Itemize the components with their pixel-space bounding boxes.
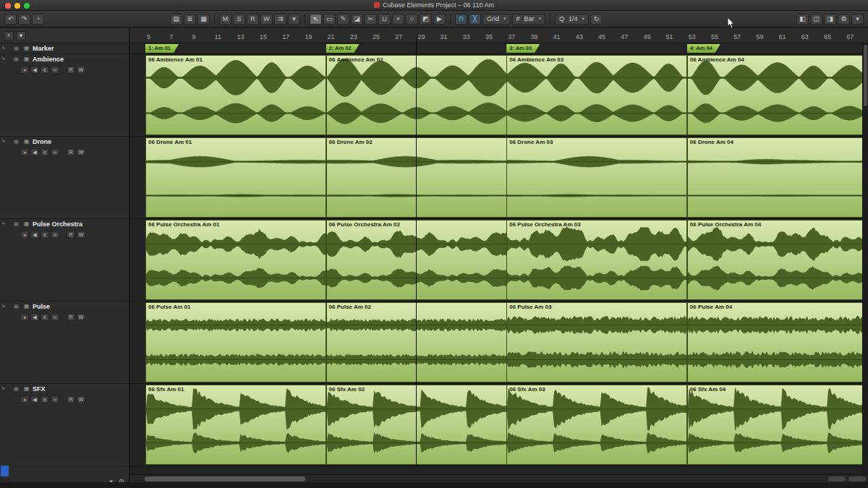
freeze-track-button[interactable]: ∞ [51, 231, 59, 239]
track-row-sfx[interactable]: ↳≣▦SFX●◀e∞RW [0, 384, 129, 466]
ruler-tick[interactable]: 53 [689, 33, 696, 40]
zoom-window-button[interactable] [24, 3, 30, 9]
snap-grid-icon[interactable]: ╳ [469, 14, 481, 25]
select-tool-button[interactable]: ↖ [310, 14, 322, 25]
add-track-button[interactable]: + [4, 31, 14, 40]
ruler-tick[interactable]: 17 [282, 33, 289, 40]
horizontal-scrollbar-thumb[interactable] [145, 476, 305, 481]
read-automation-button[interactable]: R [67, 148, 75, 156]
track-row-drone[interactable]: ↳≣▦Drone●◀e∞RW [0, 137, 129, 219]
freeze-track-button[interactable]: ∞ [51, 148, 59, 156]
ruler-tick[interactable]: 23 [350, 33, 357, 40]
write-automation-button[interactable]: W [77, 395, 85, 403]
track-color-icon[interactable]: ▦ [22, 56, 30, 63]
erase-tool-button[interactable]: ◪ [351, 14, 363, 25]
track-color-icon[interactable]: ▦ [22, 221, 30, 228]
timeline-ruler[interactable]: 5791113151719212325272931333537394143454… [130, 28, 868, 43]
minimize-window-button[interactable] [14, 3, 20, 9]
track-row-pulse[interactable]: ↳≣▦Pulse●◀e∞RW [0, 301, 129, 384]
read-automation-button[interactable]: R [67, 66, 75, 74]
monitor-button[interactable]: ◀ [30, 66, 39, 74]
vertical-scrollbar-thumb[interactable] [864, 45, 867, 106]
edit-channel-button[interactable]: e [41, 395, 49, 403]
freeze-track-button[interactable]: ∞ [51, 395, 59, 403]
ruler-tick[interactable]: 65 [824, 33, 831, 40]
range-tool-button[interactable]: ▭ [323, 14, 336, 25]
toolbar-options-chevron[interactable]: ▾ [851, 14, 864, 25]
horizontal-scrollbar[interactable] [130, 474, 868, 482]
audio-event[interactable]: 06 Sfx Am 03 [506, 385, 687, 465]
snap-type-dropdown[interactable]: Grid ▾ [482, 14, 511, 25]
vertical-scrollbar[interactable] [862, 43, 868, 474]
marker-flag[interactable]: 1: Am 01 [145, 44, 179, 53]
audio-event[interactable]: 06 Pulse Orchestra Am 01 [145, 220, 326, 300]
ruler-tick[interactable]: 41 [553, 33, 561, 40]
edit-channel-button[interactable]: e [41, 148, 49, 156]
lane-pulse-orchestra[interactable]: 06 Pulse Orchestra Am 0106 Pulse Orchest… [130, 219, 868, 301]
glue-tool-button[interactable]: ⊔ [378, 14, 391, 25]
ruler-tick[interactable]: 55 [711, 33, 718, 40]
ruler-tick[interactable]: 49 [643, 33, 650, 40]
marker-lane[interactable]: 1: Am 012: Am 023: Am 034: Am 04 [130, 43, 868, 54]
ruler-tick[interactable]: 9 [192, 33, 195, 40]
ruler-tick[interactable]: 59 [756, 33, 763, 40]
ruler-tick[interactable]: 21 [328, 33, 335, 40]
ruler-tick[interactable]: 51 [666, 33, 673, 40]
track-visibility-icon[interactable]: ≣ [12, 46, 20, 52]
quantize-dropdown[interactable]: Q 1/4 ▾ [555, 14, 589, 25]
read-automation-button[interactable]: R [67, 313, 75, 321]
ruler-tick[interactable]: 33 [463, 33, 470, 40]
audio-event[interactable]: 06 Drone Am 03 [506, 137, 687, 218]
ruler-tick[interactable]: 35 [485, 33, 493, 40]
write-automation-button[interactable]: W [77, 66, 85, 74]
track-row-ambience[interactable]: ↳≣▦Ambience●◀e∞RW [0, 54, 129, 137]
track-fold-icon[interactable]: ↳ [1, 221, 6, 226]
ruler-tick[interactable]: 13 [237, 33, 244, 40]
edit-channel-button[interactable]: e [41, 313, 49, 321]
audio-event[interactable]: 06 Sfx Am 01 [145, 385, 326, 465]
record-enable-button[interactable]: ● [20, 395, 29, 403]
marker-flag[interactable]: 4: Am 04 [687, 44, 720, 53]
track-fold-icon[interactable]: ↳ [1, 56, 6, 61]
track-fold-icon[interactable]: ↳ [1, 45, 6, 51]
track-visibility-icon[interactable]: ≣ [12, 56, 20, 63]
autoscroll-button[interactable]: ⇉ [274, 14, 286, 25]
zoom-tool-button[interactable]: ○ [406, 14, 418, 25]
write-automation-button[interactable]: W [77, 148, 85, 156]
audio-event[interactable]: 06 Drone Am 01 [145, 137, 326, 218]
window-layout-gear-button[interactable]: ⚙ [838, 14, 850, 25]
ruler-tick[interactable]: 61 [779, 33, 786, 40]
track-visibility-icon[interactable]: ≣ [12, 304, 20, 310]
ruler-tick[interactable]: 25 [373, 33, 380, 40]
redo-button[interactable]: ↷ [18, 14, 30, 25]
ruler-tick[interactable]: 27 [395, 33, 402, 40]
audio-event[interactable]: 06 Pulse Orchestra Am 04 [687, 220, 868, 300]
audio-event[interactable]: 06 Pulse Orchestra Am 03 [506, 220, 687, 300]
write-automation-button[interactable]: W [77, 313, 85, 321]
ruler-tick[interactable]: 15 [260, 33, 267, 40]
ruler-tick[interactable]: 57 [733, 33, 741, 40]
ruler-tick[interactable]: 47 [621, 33, 628, 40]
read-automation-button[interactable]: R [67, 395, 75, 403]
lower-zone-toggle-button[interactable]: ◫ [810, 14, 822, 25]
close-window-button[interactable] [5, 3, 11, 9]
record-enable-button[interactable]: ● [20, 231, 29, 239]
monitor-button[interactable]: ◀ [30, 148, 39, 156]
left-zone-toggle-button[interactable]: ◧ [796, 14, 809, 25]
ruler-tick[interactable]: 19 [305, 33, 312, 40]
track-row-pulse-orchestra[interactable]: ↳≣▦Pulse Orchestra●◀e∞RW [0, 219, 129, 301]
comp-tool-button[interactable]: ◩ [420, 14, 432, 25]
lane-sfx[interactable]: 06 Sfx Am 0106 Sfx Am 0206 Sfx Am 0306 S… [130, 384, 868, 466]
audio-event[interactable]: 06 Ambience Am 01 [145, 55, 326, 135]
audio-event[interactable]: 06 Sfx Am 04 [687, 385, 868, 465]
undo-button[interactable]: ↶ [4, 14, 17, 25]
edit-channel-button[interactable]: e [41, 231, 49, 239]
audio-event[interactable]: 06 Pulse Am 01 [145, 302, 326, 382]
autoscroll-options-chevron[interactable]: ▾ [288, 14, 300, 25]
freeze-track-button[interactable]: ∞ [51, 313, 59, 321]
record-enable-button[interactable]: ● [20, 66, 29, 74]
monitor-button[interactable]: ◀ [30, 395, 39, 403]
channel-settings-icon[interactable]: ▦ [197, 14, 210, 25]
audio-event[interactable]: 06 Drone Am 04 [687, 137, 868, 218]
lane-drone[interactable]: 06 Drone Am 0106 Drone Am 0206 Drone Am … [130, 137, 868, 219]
